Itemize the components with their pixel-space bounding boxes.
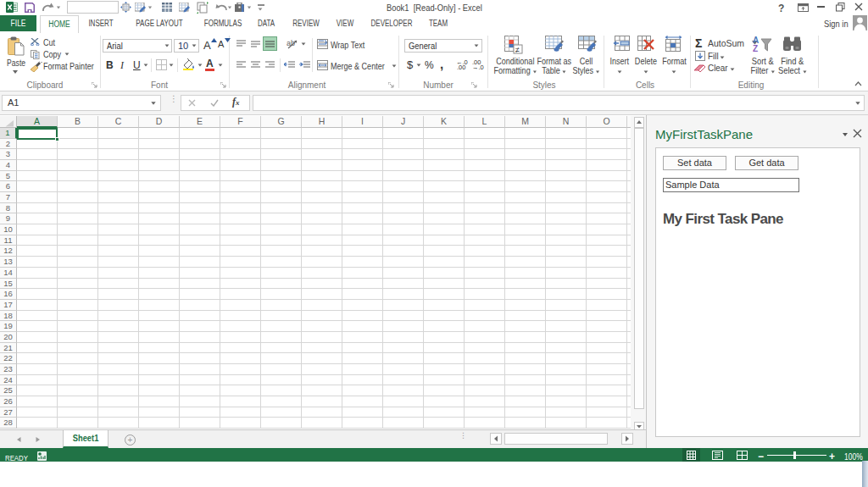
svg-text:Z: Z — [753, 44, 758, 53]
svg-text:.00: .00 — [457, 64, 465, 69]
svg-text:→.0: →.0 — [472, 64, 484, 69]
svg-text:≠: ≠ — [515, 46, 520, 54]
